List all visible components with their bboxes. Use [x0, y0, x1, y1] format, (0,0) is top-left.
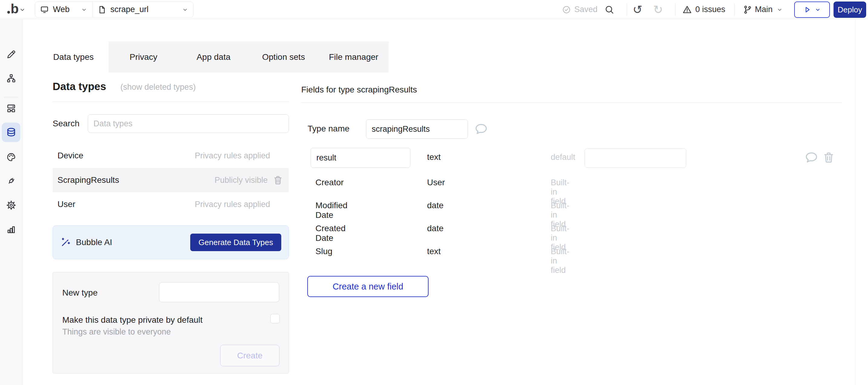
builtin-field-type: User: [427, 178, 445, 187]
new-type-input[interactable]: [159, 282, 279, 302]
page-dropdown[interactable]: scrape_url: [93, 2, 193, 17]
create-new-field-button[interactable]: Create a new field: [307, 276, 429, 297]
search-input[interactable]: [88, 114, 289, 133]
sitemap-icon: [6, 73, 16, 84]
tab-option-sets[interactable]: Option sets: [249, 41, 319, 72]
toolbar-separator: [734, 3, 735, 16]
builtin-field-name: Creator: [315, 178, 344, 187]
monitor-icon: [40, 5, 49, 14]
saved-label: Saved: [574, 5, 598, 14]
issues-indicator[interactable]: 0 issues: [682, 0, 725, 19]
logo-menu-chevron-down-icon[interactable]: [19, 6, 26, 13]
tab-privacy[interactable]: Privacy: [108, 41, 179, 72]
fields-heading: Fields for type scrapingResults: [301, 85, 417, 95]
type-name-input[interactable]: [366, 119, 468, 139]
sidebar-item-data[interactable]: [2, 123, 20, 142]
magic-wand-icon: [60, 237, 71, 248]
app-context-selector: Web scrape_url: [35, 1, 193, 18]
type-name: Device: [58, 151, 84, 160]
check-circle-icon: [562, 5, 571, 14]
search-label: Search: [53, 119, 88, 128]
field-comment-icon[interactable]: [805, 151, 818, 164]
left-panel-divider: [53, 101, 289, 102]
tab-file-manager[interactable]: File manager: [318, 41, 389, 72]
builtin-field-name: Modified Date: [315, 201, 347, 220]
git-branch-icon: [743, 5, 752, 14]
private-by-default-checkbox[interactable]: [270, 314, 280, 323]
platform-chevron-down-icon: [81, 6, 87, 13]
search-row: Search: [53, 114, 289, 133]
new-type-label: New type: [62, 288, 98, 298]
content-right-edge: [855, 19, 856, 385]
bubble-logo[interactable]: b: [7, 2, 19, 16]
bubble-ai-panel: Bubble AI Generate Data Types: [53, 225, 289, 259]
bubble-ai-label: Bubble AI: [76, 237, 112, 247]
data-section-tabs: Data types Privacy App data Option sets …: [38, 41, 389, 72]
visibility-note: Things are visible to everyone: [62, 327, 171, 336]
deploy-label: Deploy: [838, 5, 862, 14]
search-button[interactable]: [604, 0, 615, 19]
builtin-field-type: date: [427, 201, 444, 210]
type-status: Privacy rules applied: [195, 151, 270, 160]
branch-chevron-down-icon: [776, 6, 783, 13]
logo-dot: [7, 11, 10, 13]
generate-data-types-button[interactable]: Generate Data Types: [190, 234, 281, 251]
redo-icon: ↻: [653, 4, 663, 15]
undo-button[interactable]: ↺: [633, 0, 642, 19]
field-default-input[interactable]: [585, 149, 686, 168]
type-row-device[interactable]: Device Privacy rules applied: [53, 143, 289, 168]
field-trash-icon[interactable]: [822, 151, 836, 165]
top-toolbar: b Web scrape_url: [0, 0, 868, 19]
database-icon: [6, 127, 17, 138]
type-row-scrapingresults[interactable]: ScrapingResults Publicly visible: [53, 168, 289, 192]
undo-icon: ↺: [633, 4, 642, 15]
tab-data-types[interactable]: Data types: [38, 41, 108, 72]
type-row-user[interactable]: User Privacy rules applied: [53, 192, 289, 216]
preview-chevron-down-icon[interactable]: [814, 6, 821, 13]
page-label: scrape_url: [111, 5, 149, 14]
gear-icon: [6, 200, 16, 210]
sidebar-item-components[interactable]: [6, 103, 16, 113]
delete-type-trash-icon[interactable]: [273, 175, 283, 186]
show-deleted-types-link[interactable]: (show deleted types): [120, 83, 196, 92]
right-panel-divider: [301, 102, 842, 103]
type-status: Publicly visible: [214, 175, 268, 185]
type-comment-icon[interactable]: [474, 122, 488, 136]
tab-app-data[interactable]: App data: [179, 41, 249, 72]
page-chevron-down-icon: [182, 6, 188, 13]
sidebar-item-logs[interactable]: [6, 224, 16, 234]
sidebar-item-styles[interactable]: [6, 152, 16, 162]
search-icon: [604, 4, 615, 15]
field-type-label[interactable]: text: [427, 152, 441, 162]
sidebar-item-design[interactable]: [6, 49, 16, 60]
builtin-field-name: Slug: [315, 247, 332, 256]
toolbar-separator: [627, 3, 627, 16]
branch-label: Main: [755, 5, 773, 14]
left-nav-rail: [0, 19, 22, 385]
preview-button[interactable]: [794, 1, 830, 18]
bubble-editor: b Web scrape_url: [0, 0, 868, 385]
type-name: ScrapingResults: [58, 175, 119, 185]
pencil-icon: [6, 49, 16, 60]
palette-icon: [6, 152, 16, 162]
toolbar-separator: [675, 3, 675, 16]
bar-chart-icon: [6, 224, 16, 234]
sidebar-item-settings[interactable]: [6, 200, 16, 210]
sidebar-item-workflows[interactable]: [6, 73, 16, 84]
warning-triangle-icon: [682, 5, 692, 14]
page-title: Data types: [53, 81, 106, 93]
platform-dropdown[interactable]: Web: [35, 2, 92, 17]
field-name-input[interactable]: [311, 148, 410, 168]
logo-letter: b: [10, 2, 19, 16]
create-type-button[interactable]: Create: [220, 345, 279, 366]
saved-status: Saved: [562, 0, 598, 19]
rail-divider: [4, 97, 18, 97]
redo-button[interactable]: ↻: [653, 0, 663, 19]
type-name: User: [58, 199, 75, 209]
branch-selector[interactable]: Main: [743, 0, 783, 19]
deploy-button[interactable]: Deploy: [834, 1, 866, 18]
sidebar-item-plugins[interactable]: [6, 176, 16, 186]
file-icon: [97, 5, 106, 14]
new-type-panel: New type Make this data type private by …: [53, 272, 289, 374]
field-default-label: default: [551, 153, 575, 162]
